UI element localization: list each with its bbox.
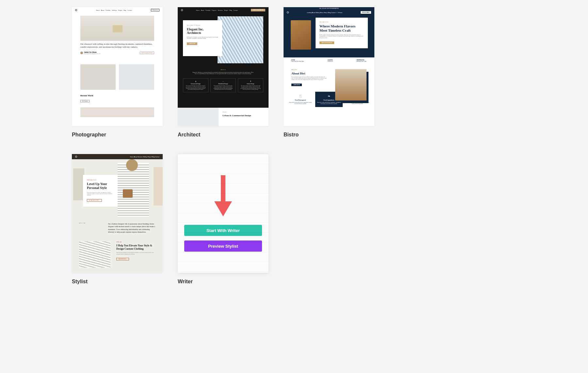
card-title: Stylist	[72, 279, 163, 285]
nav-links: HomeAboutPortfolioGalleriesShop ▾BlogCon…	[95, 9, 133, 11]
nav-links: Landing About Gallery Menu Shop ▾ Blog C…	[307, 12, 343, 13]
announcement-bar: CALL (555) 444 1234 FOR RESERVATIONS	[284, 7, 374, 10]
gallery-row	[80, 64, 154, 90]
hat-icon	[126, 159, 138, 171]
thumbnail-stylist: Home About Services Gallery Shop ▾ Blog …	[72, 154, 163, 273]
hero-image	[80, 16, 154, 41]
logo-icon	[287, 11, 289, 13]
hero-image	[118, 163, 149, 217]
bag-icon	[123, 189, 133, 198]
about-image	[335, 69, 367, 101]
card-title: Architect	[178, 132, 269, 138]
hero-card: WELCOME TO DIVI Where Modern Flavors Mee…	[316, 18, 368, 48]
nav-cta: Reserve Us	[151, 9, 159, 11]
cta-image	[79, 241, 110, 268]
nav-cta: FREE CONSULTATION	[251, 9, 265, 11]
logo-icon	[181, 9, 183, 11]
gallery-card-photographer[interactable]: HomeAboutPortfolioGalleriesShop ▾BlogCon…	[72, 7, 163, 138]
nav-cta: BOOK A TABLE	[361, 11, 371, 14]
gallery-card-bistro[interactable]: CALL (555) 444 1234 FOR RESERVATIONS Lan…	[284, 7, 374, 138]
hero-card: WELCOME TO DESIGN Elegant Inc. Architect…	[183, 20, 222, 56]
hero-text: I'm obsessed with telling stories throug…	[80, 43, 154, 49]
card-title: Writer	[178, 279, 269, 285]
card-title: Bistro	[284, 132, 374, 138]
hero-image	[291, 20, 311, 50]
thumbnail-bistro: CALL (555) 444 1234 FOR RESERVATIONS Lan…	[284, 7, 374, 126]
logo-icon	[75, 9, 77, 11]
nav-links: Home About Services Gallery Shop ▾ Blog …	[130, 156, 159, 158]
fork-icon: 🍴	[288, 94, 313, 98]
nav-links: HomeAboutPortfolioProjectsServicesShop ▾…	[195, 9, 238, 11]
portfolio-btn: My Photography Portfolio	[140, 52, 154, 54]
gallery-card-stylist[interactable]: Home About Services Gallery Shop ▾ Blog …	[72, 154, 163, 285]
gallery-card-architect[interactable]: HomeAboutPortfolioProjectsServicesShop ▾…	[178, 7, 269, 138]
project-image	[178, 108, 219, 126]
logo-icon	[75, 156, 77, 158]
thumbnail-writer: Start With Writer Preview Stylist	[178, 154, 269, 273]
avatar	[80, 52, 83, 54]
recent-btn: Let's Connect	[80, 100, 90, 102]
chair-icon: ♜	[240, 80, 261, 82]
cut-image	[80, 107, 154, 117]
thumbnail-photographer: HomeAboutPortfolioGalleriesShop ▾BlogCon…	[72, 7, 163, 126]
hero-image	[218, 16, 263, 63]
thumbnail-architect: HomeAboutPortfolioProjectsServicesShop ▾…	[178, 7, 269, 126]
home-icon: ⌂	[213, 80, 234, 82]
building-icon: ▮	[185, 80, 206, 82]
gallery-card-writer[interactable]: Start With Writer Preview Stylist Writer	[178, 154, 269, 285]
card-title: Photographer	[72, 132, 163, 138]
recent-heading: Recent Work	[80, 94, 154, 97]
starter-site-gallery: HomeAboutPortfolioGalleriesShop ▾BlogCon…	[0, 0, 588, 285]
hero-card: PERSONAL STYLIST Level Up Your Personal …	[83, 175, 118, 207]
